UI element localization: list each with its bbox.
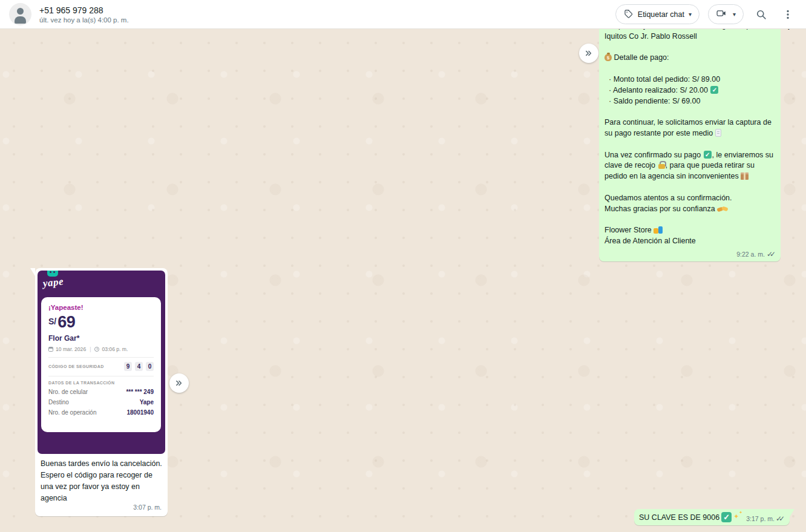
chevron-down-icon: ▾ [689,11,692,18]
chat-message-area: ¡Su pedido ya se encuentra en la agencia… [0,29,806,532]
amount-value: 69 [57,314,75,330]
message-line: Iquitos Co Jr. Pablo Rossell [604,31,776,42]
message-line: Floower Store [604,225,776,236]
chevron-down-icon: ▾ [733,11,736,18]
transaction-row: Nro. de celular *** *** 249 [48,389,154,395]
shopping-bags-emoji-icon [654,226,663,234]
message-line: Área de Atención al Cliente [604,236,776,247]
row-label: Nro. de operación [48,409,97,416]
yape-receipt-card: ¡Yapeaste! S/ 69 Flor Gar* 10 mar. 2026 … [41,297,161,432]
outgoing-business-message[interactable]: ¡Su pedido ya se encuentra en la agencia… [599,29,781,261]
transaction-data-label: DATOS DE LA TRANSACCIÓN [48,381,154,385]
caption-line: Espero el código para recoger de [41,470,162,481]
message-timestamp: 3:17 p. m. [746,515,775,522]
yape-brand-logo: yape [42,275,64,289]
search-button[interactable] [752,5,770,24]
row-label: Destino [48,399,69,406]
message-line: Una vez confirmado su pago , le enviarem… [604,150,776,161]
message-meta: 3:07 p. m. [133,502,162,513]
receipt-amount: S/ 69 [48,314,154,330]
page-document-emoji-icon [715,129,721,137]
message-blank-line [604,139,776,150]
calendar-icon [48,347,53,352]
clock-icon [94,347,99,352]
message-line: clave de recojo , para que pueda retirar… [604,160,776,171]
security-code-label: CÓDIGO DE SEGURIDAD [48,364,104,369]
check-mark-emoji-icon [704,151,712,159]
row-value: *** *** 249 [126,389,154,395]
receipt-title: ¡Yapeaste! [48,304,154,311]
receipt-time: 03:06 p. m. [102,346,128,352]
message-line: Quedamos atentos a su confirmación. [604,193,776,204]
last-seen-status: últ. vez hoy a la(s) 4:00 p. m. [39,16,129,24]
chat-header: +51 965 979 288 últ. vez hoy a la(s) 4:0… [0,0,806,29]
menu-kebab-button[interactable] [779,5,797,24]
lock-with-key-emoji-icon [658,161,666,169]
receipt-date-time: 10 mar. 2026 | 03:06 p. m. [48,346,154,352]
outgoing-key-message[interactable]: SU CLAVE ES DE 9006 3:17 p. m. ✓✓ [634,509,790,525]
message-timestamp: 3:07 p. m. [133,502,162,513]
transaction-row: Nro. de operación 18001940 [48,409,154,416]
message-line: pedido en la agencia sin inconvenientes [604,171,776,182]
contact-avatar[interactable] [9,3,31,25]
tag-chat-label: Etiquetar chat [638,10,684,19]
message-line: Para continuar, le solicitamos enviar la… [604,117,776,128]
forward-message-button[interactable] [169,373,189,393]
security-code-row: CÓDIGO DE SEGURIDAD 9 4 0 [48,362,154,371]
message-line: Detalle de pago: [604,53,776,64]
incoming-bubble-tail [30,268,35,276]
package-emoji-icon [741,172,749,180]
incoming-receipt-message[interactable]: yape ¡Yapeaste! S/ 69 Flor Gar* 10 mar. … [35,268,168,516]
message-text: SU CLAVE ES DE 9006 [639,513,719,522]
divider [48,357,154,358]
message-meta: 9:22 a. m. ✓✓ [736,251,776,258]
receipt-date: 10 mar. 2026 [56,346,86,352]
meta-separator: | [90,346,91,352]
sparkles-emoji-icon [733,513,742,522]
delivered-double-check-icon: ✓✓ [776,515,785,522]
message-line: · Adelanto realizado: S/ 20.00 [604,85,776,96]
delivered-double-check-icon: ✓✓ [767,251,776,258]
yape-receipt-image[interactable]: yape ¡Yapeaste! S/ 69 Flor Gar* 10 mar. … [38,271,165,454]
message-line: · Monto total del pedido: S/ 89.00 [604,74,776,85]
message-blank-line [604,214,776,225]
row-value: Yape [140,399,154,406]
message-blank-line [604,64,776,74]
contact-name: +51 965 979 288 [39,5,129,15]
contact-info[interactable]: +51 965 979 288 últ. vez hoy a la(s) 4:0… [39,5,129,24]
message-line: · Saldo pendiente: S/ 69.00 [604,96,776,107]
image-caption: Buenas tardes envío la cancelación. Espe… [38,454,165,516]
check-mark-emoji-icon [710,86,718,94]
security-digit: 4 [135,362,143,371]
message-blank-line [604,182,776,193]
security-code-digits: 9 4 0 [124,362,154,371]
message-line: su pago restante por este medio [604,128,776,139]
divider [48,376,154,376]
security-digit: 9 [124,362,132,371]
row-label: Nro. de celular [48,389,88,395]
message-blank-line [604,107,776,117]
message-timestamp: 9:22 a. m. [736,251,765,258]
video-call-button[interactable]: ▾ [708,4,744,24]
transaction-row: Destino Yape [48,399,154,406]
security-digit: 0 [146,362,154,371]
tag-chat-button[interactable]: Etiquetar chat ▾ [615,4,700,24]
forward-message-button[interactable] [579,44,598,63]
whatsapp-window: +51 965 979 288 últ. vez hoy a la(s) 4:0… [0,0,806,532]
header-actions: Etiquetar chat ▾ ▾ [615,4,797,24]
row-value: 18001940 [127,409,154,416]
outgoing-bubble-tail [790,509,795,517]
money-bag-emoji-icon [604,54,612,61]
check-mark-emoji-icon [721,512,732,522]
handshake-emoji-icon [717,206,728,212]
tag-icon [623,8,634,21]
video-camera-icon [716,8,727,21]
caption-line: una vez por favor ya estoy en [41,481,162,493]
message-line: Muchas gracias por su confianza [604,204,776,215]
caption-line: Buenas tardes envío la cancelación. [41,458,162,470]
recipient-name: Flor Gar* [48,334,154,343]
message-blank-line [604,42,776,53]
currency-symbol: S/ [48,317,56,326]
